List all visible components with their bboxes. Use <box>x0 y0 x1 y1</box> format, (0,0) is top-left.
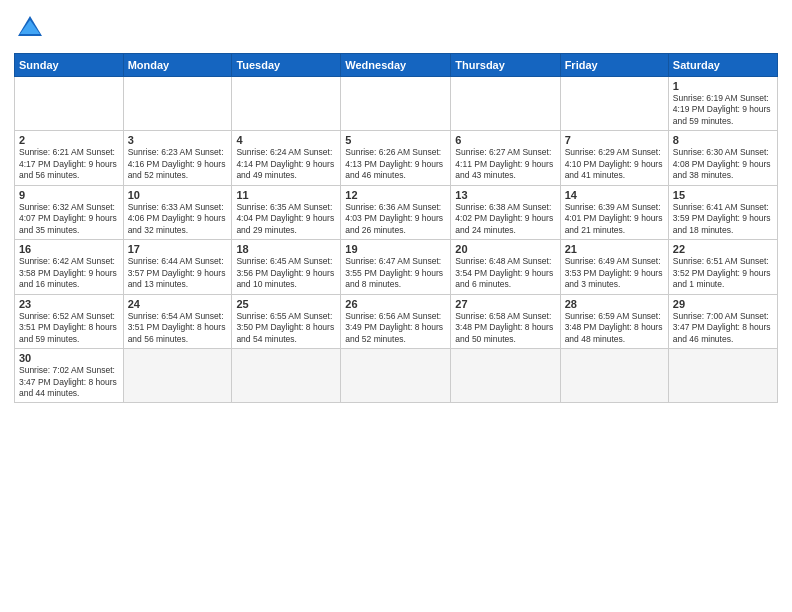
day-cell: 17Sunrise: 6:44 AM Sunset: 3:57 PM Dayli… <box>123 240 232 294</box>
day-cell: 23Sunrise: 6:52 AM Sunset: 3:51 PM Dayli… <box>15 294 124 348</box>
day-cell: 11Sunrise: 6:35 AM Sunset: 4:04 PM Dayli… <box>232 185 341 239</box>
day-info: Sunrise: 6:49 AM Sunset: 3:53 PM Dayligh… <box>565 256 664 290</box>
day-info: Sunrise: 6:42 AM Sunset: 3:58 PM Dayligh… <box>19 256 119 290</box>
day-number: 9 <box>19 189 119 201</box>
logo-text <box>14 14 44 47</box>
day-number: 19 <box>345 243 446 255</box>
page: SundayMondayTuesdayWednesdayThursdayFrid… <box>0 0 792 413</box>
weekday-header-sunday: Sunday <box>15 54 124 77</box>
day-cell: 30Sunrise: 7:02 AM Sunset: 3:47 PM Dayli… <box>15 349 124 403</box>
day-info: Sunrise: 6:45 AM Sunset: 3:56 PM Dayligh… <box>236 256 336 290</box>
day-cell <box>341 349 451 403</box>
day-cell: 2Sunrise: 6:21 AM Sunset: 4:17 PM Daylig… <box>15 131 124 185</box>
day-info: Sunrise: 6:58 AM Sunset: 3:48 PM Dayligh… <box>455 311 555 345</box>
day-number: 24 <box>128 298 228 310</box>
day-cell: 22Sunrise: 6:51 AM Sunset: 3:52 PM Dayli… <box>668 240 777 294</box>
week-row-5: 23Sunrise: 6:52 AM Sunset: 3:51 PM Dayli… <box>15 294 778 348</box>
day-number: 13 <box>455 189 555 201</box>
day-info: Sunrise: 6:23 AM Sunset: 4:16 PM Dayligh… <box>128 147 228 181</box>
weekday-header-row: SundayMondayTuesdayWednesdayThursdayFrid… <box>15 54 778 77</box>
day-info: Sunrise: 6:29 AM Sunset: 4:10 PM Dayligh… <box>565 147 664 181</box>
day-cell <box>123 349 232 403</box>
day-number: 15 <box>673 189 773 201</box>
day-number: 21 <box>565 243 664 255</box>
day-info: Sunrise: 6:36 AM Sunset: 4:03 PM Dayligh… <box>345 202 446 236</box>
day-cell: 12Sunrise: 6:36 AM Sunset: 4:03 PM Dayli… <box>341 185 451 239</box>
day-info: Sunrise: 6:55 AM Sunset: 3:50 PM Dayligh… <box>236 311 336 345</box>
day-info: Sunrise: 6:26 AM Sunset: 4:13 PM Dayligh… <box>345 147 446 181</box>
day-cell <box>123 77 232 131</box>
day-info: Sunrise: 6:44 AM Sunset: 3:57 PM Dayligh… <box>128 256 228 290</box>
day-info: Sunrise: 6:27 AM Sunset: 4:11 PM Dayligh… <box>455 147 555 181</box>
day-number: 26 <box>345 298 446 310</box>
day-number: 5 <box>345 134 446 146</box>
day-info: Sunrise: 6:54 AM Sunset: 3:51 PM Dayligh… <box>128 311 228 345</box>
day-cell: 9Sunrise: 6:32 AM Sunset: 4:07 PM Daylig… <box>15 185 124 239</box>
day-number: 16 <box>19 243 119 255</box>
day-number: 29 <box>673 298 773 310</box>
day-cell <box>560 77 668 131</box>
day-cell: 19Sunrise: 6:47 AM Sunset: 3:55 PM Dayli… <box>341 240 451 294</box>
day-cell: 1Sunrise: 6:19 AM Sunset: 4:19 PM Daylig… <box>668 77 777 131</box>
day-cell <box>232 349 341 403</box>
day-info: Sunrise: 6:32 AM Sunset: 4:07 PM Dayligh… <box>19 202 119 236</box>
day-number: 14 <box>565 189 664 201</box>
day-cell: 24Sunrise: 6:54 AM Sunset: 3:51 PM Dayli… <box>123 294 232 348</box>
week-row-1: 1Sunrise: 6:19 AM Sunset: 4:19 PM Daylig… <box>15 77 778 131</box>
day-info: Sunrise: 6:47 AM Sunset: 3:55 PM Dayligh… <box>345 256 446 290</box>
week-row-2: 2Sunrise: 6:21 AM Sunset: 4:17 PM Daylig… <box>15 131 778 185</box>
weekday-header-saturday: Saturday <box>668 54 777 77</box>
week-row-6: 30Sunrise: 7:02 AM Sunset: 3:47 PM Dayli… <box>15 349 778 403</box>
logo-icon <box>16 14 44 42</box>
day-info: Sunrise: 7:00 AM Sunset: 3:47 PM Dayligh… <box>673 311 773 345</box>
day-info: Sunrise: 6:51 AM Sunset: 3:52 PM Dayligh… <box>673 256 773 290</box>
day-number: 27 <box>455 298 555 310</box>
day-number: 10 <box>128 189 228 201</box>
day-number: 23 <box>19 298 119 310</box>
day-info: Sunrise: 6:21 AM Sunset: 4:17 PM Dayligh… <box>19 147 119 181</box>
day-cell: 27Sunrise: 6:58 AM Sunset: 3:48 PM Dayli… <box>451 294 560 348</box>
day-info: Sunrise: 6:24 AM Sunset: 4:14 PM Dayligh… <box>236 147 336 181</box>
day-number: 18 <box>236 243 336 255</box>
day-cell: 28Sunrise: 6:59 AM Sunset: 3:48 PM Dayli… <box>560 294 668 348</box>
week-row-4: 16Sunrise: 6:42 AM Sunset: 3:58 PM Dayli… <box>15 240 778 294</box>
day-cell: 8Sunrise: 6:30 AM Sunset: 4:08 PM Daylig… <box>668 131 777 185</box>
day-info: Sunrise: 6:33 AM Sunset: 4:06 PM Dayligh… <box>128 202 228 236</box>
weekday-header-friday: Friday <box>560 54 668 77</box>
day-number: 20 <box>455 243 555 255</box>
day-info: Sunrise: 6:41 AM Sunset: 3:59 PM Dayligh… <box>673 202 773 236</box>
day-number: 4 <box>236 134 336 146</box>
day-number: 3 <box>128 134 228 146</box>
day-number: 2 <box>19 134 119 146</box>
day-number: 8 <box>673 134 773 146</box>
day-info: Sunrise: 6:52 AM Sunset: 3:51 PM Dayligh… <box>19 311 119 345</box>
day-number: 28 <box>565 298 664 310</box>
day-cell: 10Sunrise: 6:33 AM Sunset: 4:06 PM Dayli… <box>123 185 232 239</box>
day-cell <box>15 77 124 131</box>
day-cell: 21Sunrise: 6:49 AM Sunset: 3:53 PM Dayli… <box>560 240 668 294</box>
header <box>14 10 778 47</box>
day-cell: 3Sunrise: 6:23 AM Sunset: 4:16 PM Daylig… <box>123 131 232 185</box>
day-info: Sunrise: 6:48 AM Sunset: 3:54 PM Dayligh… <box>455 256 555 290</box>
day-info: Sunrise: 7:02 AM Sunset: 3:47 PM Dayligh… <box>19 365 119 399</box>
calendar-table: SundayMondayTuesdayWednesdayThursdayFrid… <box>14 53 778 403</box>
day-cell: 26Sunrise: 6:56 AM Sunset: 3:49 PM Dayli… <box>341 294 451 348</box>
svg-marker-1 <box>20 20 40 34</box>
day-info: Sunrise: 6:35 AM Sunset: 4:04 PM Dayligh… <box>236 202 336 236</box>
day-number: 11 <box>236 189 336 201</box>
week-row-3: 9Sunrise: 6:32 AM Sunset: 4:07 PM Daylig… <box>15 185 778 239</box>
day-cell <box>451 77 560 131</box>
day-info: Sunrise: 6:56 AM Sunset: 3:49 PM Dayligh… <box>345 311 446 345</box>
day-cell: 15Sunrise: 6:41 AM Sunset: 3:59 PM Dayli… <box>668 185 777 239</box>
day-number: 25 <box>236 298 336 310</box>
day-cell: 16Sunrise: 6:42 AM Sunset: 3:58 PM Dayli… <box>15 240 124 294</box>
day-cell: 18Sunrise: 6:45 AM Sunset: 3:56 PM Dayli… <box>232 240 341 294</box>
day-cell <box>341 77 451 131</box>
day-number: 1 <box>673 80 773 92</box>
day-number: 22 <box>673 243 773 255</box>
day-info: Sunrise: 6:59 AM Sunset: 3:48 PM Dayligh… <box>565 311 664 345</box>
day-number: 7 <box>565 134 664 146</box>
day-cell: 29Sunrise: 7:00 AM Sunset: 3:47 PM Dayli… <box>668 294 777 348</box>
day-cell: 25Sunrise: 6:55 AM Sunset: 3:50 PM Dayli… <box>232 294 341 348</box>
logo <box>14 10 44 47</box>
